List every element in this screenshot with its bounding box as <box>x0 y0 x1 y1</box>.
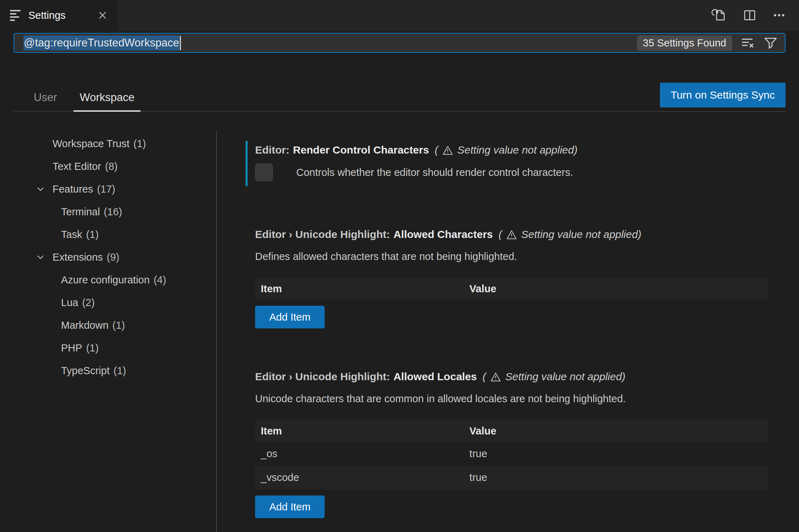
toc-item-text-editor[interactable]: Text Editor(8) <box>13 155 216 178</box>
turn-on-settings-sync-button[interactable]: Turn on Settings Sync <box>660 83 786 107</box>
setting-unicode-highlight-allowed-characters: Editor › Unicode Highlight: Allowed Char… <box>255 227 768 328</box>
toc-item-azure-configuration[interactable]: Azure configuration(4) <box>13 268 216 291</box>
scope-tab-workspace[interactable]: Workspace <box>73 91 140 111</box>
toc-item-task[interactable]: Task(1) <box>13 223 216 246</box>
scope-tab-user[interactable]: User <box>28 91 63 111</box>
settings-found-badge: 35 Settings Found <box>637 35 732 51</box>
allowed-characters-table: Item Value <box>255 278 768 300</box>
toc-item-workspace-trust[interactable]: Workspace Trust(1) <box>13 132 216 155</box>
open-settings-json-icon[interactable] <box>711 7 728 23</box>
warning-triangle-icon <box>505 229 518 240</box>
setting-description: Unicode characters that are common in al… <box>255 392 768 406</box>
setting-description: Defines allowed characters that are not … <box>255 249 768 264</box>
table-header-row: Item Value <box>255 420 768 442</box>
add-item-button[interactable]: Add Item <box>255 495 325 518</box>
toc-item-markdown[interactable]: Markdown(1) <box>13 314 216 337</box>
toc-item-features[interactable]: Features(17) <box>13 178 216 200</box>
toc-item-terminal[interactable]: Terminal(16) <box>13 200 216 223</box>
split-editor-icon[interactable] <box>742 7 758 23</box>
toc-item-typescript[interactable]: TypeScript(1) <box>13 359 216 382</box>
table-row[interactable]: _os true <box>255 442 768 466</box>
setting-annotation: ( Setting value not applied ) <box>498 227 641 242</box>
toc-item-php[interactable]: PHP(1) <box>13 337 216 359</box>
editor-actions <box>711 0 799 31</box>
setting-title: Editor: Render Control Characters ( Sett… <box>255 142 768 158</box>
tab-title: Settings <box>28 10 66 21</box>
warning-triangle-icon <box>441 145 454 156</box>
chevron-down-icon[interactable] <box>35 251 46 263</box>
render-control-characters-checkbox[interactable] <box>255 164 273 181</box>
setting-description: Controls whether the editor should rende… <box>296 167 573 178</box>
setting-title: Editor › Unicode Highlight: Allowed Loca… <box>255 369 768 384</box>
search-query-selected-text: @tag:requireTrustedWorkspace <box>23 35 180 50</box>
setting-unicode-highlight-allowed-locales: Editor › Unicode Highlight: Allowed Loca… <box>255 369 768 518</box>
setting-annotation: ( Setting value not applied ) <box>435 142 578 158</box>
setting-editor-render-control-characters: Editor: Render Control Characters ( Sett… <box>255 142 768 186</box>
allowed-locales-table: Item Value _os true _vscode true <box>255 420 768 489</box>
editor-tab-strip: Settings <box>0 0 799 31</box>
filter-icon[interactable] <box>763 35 778 50</box>
table-header-row: Item Value <box>255 278 768 300</box>
scope-switcher-row: User Workspace Turn on Settings Sync <box>13 83 786 112</box>
more-actions-icon[interactable] <box>771 8 787 22</box>
settings-toc: Workspace Trust(1) Text Editor(8) Featur… <box>13 112 216 532</box>
settings-sliders-icon <box>10 10 23 21</box>
setting-annotation: ( Setting value not applied ) <box>483 369 626 384</box>
settings-search-input[interactable]: @tag:requireTrustedWorkspace 35 Settings… <box>13 33 786 53</box>
clear-search-results-icon[interactable] <box>739 35 756 50</box>
settings-list: Editor: Render Control Characters ( Sett… <box>217 112 786 532</box>
text-cursor <box>180 36 181 50</box>
warning-triangle-icon <box>489 371 502 383</box>
setting-title: Editor › Unicode Highlight: Allowed Char… <box>255 227 768 242</box>
toc-item-lua[interactable]: Lua(2) <box>13 291 216 314</box>
add-item-button[interactable]: Add Item <box>255 306 325 328</box>
table-row[interactable]: _vscode true <box>255 466 768 489</box>
tab-settings[interactable]: Settings <box>0 0 118 31</box>
chevron-down-icon[interactable] <box>35 183 46 195</box>
close-icon[interactable] <box>97 10 108 21</box>
toc-item-extensions[interactable]: Extensions(9) <box>13 246 216 268</box>
